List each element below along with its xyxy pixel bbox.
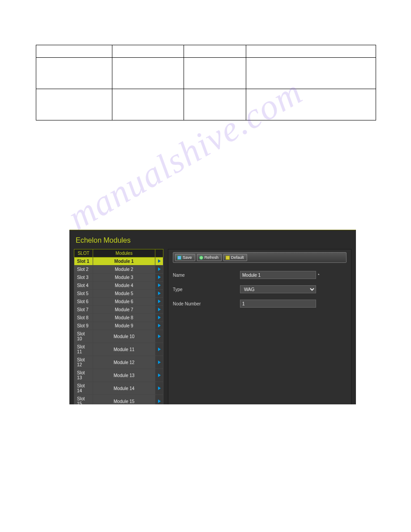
refresh-button[interactable]: Refresh <box>197 254 222 261</box>
node-number-input[interactable] <box>240 300 316 308</box>
column-header-slot: SLOT <box>74 249 93 257</box>
arrow-right-icon <box>158 373 161 377</box>
select-arrow-cell[interactable] <box>155 306 163 314</box>
module-cell: Module 5 <box>93 290 155 298</box>
table-row[interactable]: Slot 13Module 13 <box>74 369 163 382</box>
module-cell: Module 3 <box>93 274 155 282</box>
table-row[interactable]: Slot 9Module 9 <box>74 322 163 330</box>
form-row-type: Type WAG <box>173 285 347 293</box>
module-cell: Module 1 <box>93 257 155 266</box>
select-arrow-cell[interactable] <box>155 382 163 395</box>
arrow-right-icon <box>158 348 161 351</box>
select-arrow-cell[interactable] <box>155 257 163 266</box>
form-row-name: Name * <box>173 271 347 279</box>
type-label: Type <box>173 287 240 292</box>
module-cell: Module 13 <box>93 369 155 382</box>
slot-cell: Slot 6 <box>74 298 93 306</box>
select-arrow-cell[interactable] <box>155 343 163 356</box>
echelon-modules-panel: Echelon Modules SLOT Modules Slot 1Modul… <box>69 230 356 404</box>
select-arrow-cell[interactable] <box>155 369 163 382</box>
name-label: Name <box>173 273 240 278</box>
slot-cell: Slot 8 <box>74 314 93 322</box>
arrow-right-icon <box>158 308 161 311</box>
document-parameter-table <box>36 45 376 120</box>
arrow-right-icon <box>158 283 161 287</box>
module-cell: Module 2 <box>93 266 155 274</box>
slot-cell: Slot 10 <box>74 330 93 343</box>
table-row[interactable]: Slot 5Module 5 <box>74 290 163 298</box>
table-row[interactable]: Slot 6Module 6 <box>74 298 163 306</box>
arrow-right-icon <box>158 360 161 364</box>
module-cell: Module 10 <box>93 330 155 343</box>
table-row[interactable]: Slot 15Module 15 <box>74 395 163 405</box>
module-cell: Module 8 <box>93 314 155 322</box>
toolbar: Save Refresh Default <box>173 252 347 263</box>
select-arrow-cell[interactable] <box>155 274 163 282</box>
select-arrow-cell[interactable] <box>155 314 163 322</box>
slot-cell: Slot 7 <box>74 306 93 314</box>
slot-cell: Slot 13 <box>74 369 93 382</box>
table-row[interactable]: Slot 8Module 8 <box>74 314 163 322</box>
arrow-right-icon <box>158 316 161 319</box>
name-input[interactable] <box>240 271 316 279</box>
default-label: Default <box>231 255 244 260</box>
node-number-label: Node Number <box>173 301 240 306</box>
table-row[interactable]: Slot 11Module 11 <box>74 343 163 356</box>
table-row[interactable]: Slot 12Module 12 <box>74 356 163 369</box>
select-arrow-cell[interactable] <box>155 266 163 274</box>
table-row[interactable]: Slot 14Module 14 <box>74 382 163 395</box>
required-mark: * <box>318 273 320 277</box>
table-row[interactable]: Slot 4Module 4 <box>74 282 163 290</box>
select-arrow-cell[interactable] <box>155 356 163 369</box>
column-header-modules: Modules <box>93 249 155 257</box>
slot-cell: Slot 9 <box>74 322 93 330</box>
arrow-right-icon <box>158 275 161 279</box>
arrow-right-icon <box>158 300 161 303</box>
column-header-select <box>155 249 163 257</box>
type-select[interactable]: WAG <box>240 285 316 293</box>
table-row <box>36 89 376 120</box>
table-row[interactable]: Slot 3Module 3 <box>74 274 163 282</box>
slot-cell: Slot 1 <box>74 257 93 266</box>
module-cell: Module 9 <box>93 322 155 330</box>
module-cell: Module 15 <box>93 395 155 405</box>
refresh-label: Refresh <box>205 255 219 260</box>
table-row <box>36 58 376 89</box>
select-arrow-cell[interactable] <box>155 330 163 343</box>
slot-cell: Slot 5 <box>74 290 93 298</box>
slot-cell: Slot 2 <box>74 266 93 274</box>
slot-cell: Slot 14 <box>74 382 93 395</box>
table-row[interactable]: Slot 7Module 7 <box>74 306 163 314</box>
select-arrow-cell[interactable] <box>155 298 163 306</box>
table-row[interactable]: Slot 1Module 1 <box>74 257 163 266</box>
arrow-right-icon <box>158 267 161 271</box>
slot-cell: Slot 4 <box>74 282 93 290</box>
save-button[interactable]: Save <box>175 254 195 261</box>
panel-title: Echelon Modules <box>69 230 356 249</box>
module-cell: Module 14 <box>93 382 155 395</box>
arrow-right-icon <box>158 259 161 263</box>
module-detail-panel: Save Refresh Default Name * Ty <box>168 249 351 404</box>
module-cell: Module 4 <box>93 282 155 290</box>
arrow-right-icon <box>158 399 161 403</box>
slot-cell: Slot 3 <box>74 274 93 282</box>
module-cell: Module 6 <box>93 298 155 306</box>
arrow-right-icon <box>158 335 161 338</box>
module-cell: Module 12 <box>93 356 155 369</box>
form-row-node: Node Number <box>173 300 347 308</box>
select-arrow-cell[interactable] <box>155 282 163 290</box>
select-arrow-cell[interactable] <box>155 290 163 298</box>
default-button[interactable]: Default <box>223 254 247 261</box>
slot-cell: Slot 12 <box>74 356 93 369</box>
refresh-icon <box>199 256 203 260</box>
arrow-right-icon <box>158 292 161 295</box>
save-icon <box>177 256 181 260</box>
select-arrow-cell[interactable] <box>155 322 163 330</box>
module-cell: Module 7 <box>93 306 155 314</box>
table-row[interactable]: Slot 2Module 2 <box>74 266 163 274</box>
select-arrow-cell[interactable] <box>155 395 163 405</box>
slot-cell: Slot 11 <box>74 343 93 356</box>
default-icon <box>226 256 230 260</box>
table-row[interactable]: Slot 10Module 10 <box>74 330 163 343</box>
arrow-right-icon <box>158 386 161 390</box>
